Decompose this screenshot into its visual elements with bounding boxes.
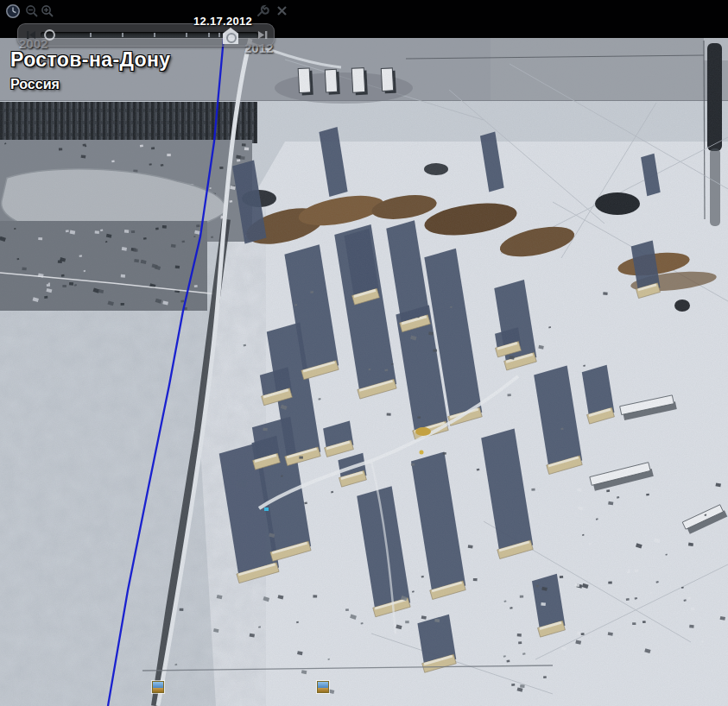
timeline-thumb[interactable] [223, 28, 238, 44]
history-clock-icon[interactable] [5, 3, 21, 19]
country-label: Россия [10, 77, 60, 92]
photo-marker-sky [153, 682, 163, 688]
photo-marker[interactable] [317, 681, 329, 693]
timeline-tick [218, 33, 220, 37]
google-earth-window: Ростов-на-Дону Россия [0, 0, 728, 706]
next-date-button[interactable] [256, 28, 269, 41]
timeline-tick [208, 33, 210, 37]
photo-marker-ground [318, 688, 328, 692]
sand-pile [415, 427, 431, 436]
close-icon[interactable] [275, 4, 291, 20]
photo-marker-ground [153, 688, 163, 692]
settings-wrench-icon[interactable] [256, 4, 271, 20]
previous-date-button[interactable] [24, 28, 38, 41]
timeline-tick [154, 33, 155, 37]
field-texture [0, 254, 242, 706]
city-label: Ростов-на-Дону [10, 48, 170, 72]
photo-marker[interactable] [152, 681, 164, 693]
zoom-out-icon[interactable] [25, 4, 41, 20]
current-date-label: 12.17.2012 [193, 15, 252, 28]
zoom-in-icon[interactable] [41, 4, 56, 20]
photo-marker-sky [318, 682, 328, 688]
satellite-map[interactable] [0, 38, 728, 706]
timeline-tick [122, 33, 123, 37]
timeline-start-marker [44, 29, 55, 41]
blue-container [264, 507, 269, 511]
timeline-tick [186, 33, 187, 37]
tree-strip [707, 43, 722, 151]
timeline-tick [90, 33, 92, 37]
